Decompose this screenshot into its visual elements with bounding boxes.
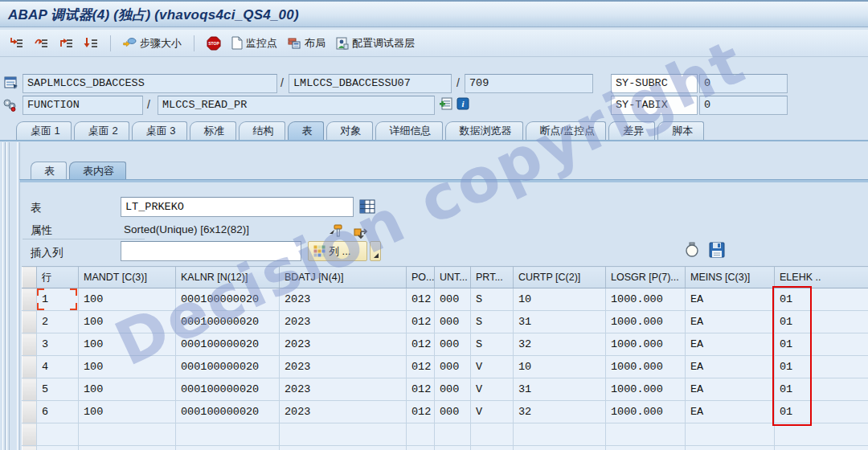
cell[interactable]: 012: [407, 378, 435, 401]
info-icon[interactable]: i: [457, 97, 469, 113]
tab-10[interactable]: 差异: [608, 121, 655, 140]
continue-button[interactable]: [81, 35, 100, 51]
cell[interactable]: 000: [435, 311, 471, 333]
column-header-5[interactable]: PRT...: [471, 267, 514, 288]
cell[interactable]: 01: [775, 311, 868, 333]
cell[interactable]: 012: [407, 311, 435, 333]
cell[interactable]: 1000.000: [606, 401, 686, 423]
tab-5[interactable]: 表: [288, 121, 324, 140]
row-number-cell[interactable]: 5: [37, 378, 79, 401]
cell[interactable]: 000100000020: [176, 288, 280, 311]
cell[interactable]: 31: [514, 378, 606, 401]
cell[interactable]: 000: [435, 401, 471, 423]
cell[interactable]: 000100000020: [176, 311, 280, 333]
lightbulb-icon[interactable]: [685, 241, 699, 262]
insert-column-input[interactable]: [121, 241, 301, 261]
row-number-cell[interactable]: 3: [37, 333, 79, 356]
watchpoint-button[interactable]: 监控点: [229, 35, 280, 52]
column-header-2[interactable]: BDATJ [N(4)]: [280, 267, 407, 288]
row-select-button[interactable]: [23, 356, 37, 378]
column-header-1[interactable]: KALNR [N(12)]: [176, 267, 280, 288]
cell[interactable]: V: [471, 401, 514, 423]
list-add-icon[interactable]: [439, 97, 452, 114]
tab-3[interactable]: 标准: [190, 121, 236, 140]
cell[interactable]: 000: [435, 378, 471, 401]
cell[interactable]: 012: [407, 356, 435, 378]
cell[interactable]: 2023: [280, 356, 407, 378]
cell[interactable]: 100: [79, 356, 176, 378]
table-icon[interactable]: [359, 198, 375, 218]
cell[interactable]: 100: [79, 311, 176, 333]
column-header-0[interactable]: MANDT [C(3)]: [79, 267, 176, 288]
tab-0[interactable]: 桌面 1: [16, 121, 72, 140]
subtab-1[interactable]: 表内容: [69, 162, 126, 179]
configure-debugger-button[interactable]: 配置调试器层: [334, 35, 417, 52]
cell[interactable]: 2023: [280, 378, 407, 401]
row-number-cell[interactable]: 1: [37, 288, 79, 311]
stop-button[interactable]: STOP: [204, 35, 223, 52]
cell[interactable]: 01: [775, 356, 868, 378]
cell[interactable]: 2023: [280, 401, 407, 423]
tab-7[interactable]: 详细信息: [375, 121, 443, 140]
tab-1[interactable]: 桌面 2: [74, 121, 129, 140]
cell[interactable]: 000: [435, 356, 471, 378]
row-select-button[interactable]: [23, 311, 37, 333]
column-header-6[interactable]: CURTP [C(2)]: [514, 267, 606, 288]
tab-6[interactable]: 对象: [326, 121, 373, 140]
row-number-cell[interactable]: 2: [37, 311, 79, 333]
columns-dropdown-button[interactable]: [370, 241, 381, 261]
cell[interactable]: V: [471, 356, 514, 378]
subtab-0[interactable]: 表: [31, 162, 67, 179]
cell[interactable]: 100: [79, 333, 176, 356]
row-select-button[interactable]: [23, 333, 37, 356]
cell[interactable]: 000: [435, 288, 471, 311]
cell[interactable]: 01: [775, 378, 868, 401]
cell[interactable]: 31: [514, 311, 606, 333]
layout-button[interactable]: 布局: [285, 35, 328, 52]
cell[interactable]: EA: [686, 401, 775, 423]
cell[interactable]: EA: [686, 356, 775, 378]
column-header-4[interactable]: UNT...: [435, 267, 471, 288]
cell[interactable]: 01: [775, 288, 868, 311]
sy-tabix-value-field[interactable]: 0: [699, 96, 788, 115]
table-name-input[interactable]: LT_PRKEKO: [121, 197, 354, 217]
cell[interactable]: 32: [514, 333, 606, 356]
sy-tabix-label-field[interactable]: SY-TABIX: [611, 96, 698, 115]
tab-2[interactable]: 桌面 3: [132, 121, 187, 140]
column-header-7[interactable]: LOSGR [P(7)...: [606, 267, 686, 288]
column-header-3[interactable]: PO...: [407, 267, 435, 288]
row-number-cell[interactable]: 4: [37, 356, 79, 378]
tab-11[interactable]: 脚本: [657, 121, 704, 140]
step-into-button[interactable]: [6, 35, 26, 51]
change-tool-icon[interactable]: [328, 223, 344, 243]
cell[interactable]: 10: [514, 356, 606, 378]
save-icon[interactable]: [709, 242, 725, 261]
cell[interactable]: EA: [686, 378, 775, 401]
row-select-button[interactable]: [23, 446, 37, 450]
include-field[interactable]: LMLCCS_DBACCESSU07: [289, 74, 452, 93]
row-number-header[interactable]: 行: [37, 267, 79, 288]
line-number-field[interactable]: 709: [465, 74, 593, 93]
cell[interactable]: 1000.000: [606, 333, 686, 356]
cell[interactable]: 012: [407, 333, 435, 356]
cell[interactable]: 000100000020: [176, 333, 280, 356]
row-select-button[interactable]: [23, 378, 37, 401]
cell[interactable]: 01: [775, 333, 868, 356]
columns-button[interactable]: 列 ...: [308, 241, 367, 261]
row-select-button[interactable]: [23, 423, 37, 446]
cell[interactable]: 2023: [280, 333, 407, 356]
cell[interactable]: EA: [686, 333, 775, 356]
cell[interactable]: 012: [407, 288, 435, 311]
step-over-button[interactable]: [31, 35, 51, 51]
export-icon[interactable]: [352, 225, 370, 243]
sy-subrc-label-field[interactable]: SY-SUBRC: [611, 74, 698, 93]
tab-8[interactable]: 数据浏览器: [445, 121, 523, 140]
cell[interactable]: 000100000020: [176, 356, 280, 378]
tab-4[interactable]: 结构: [239, 121, 285, 140]
cell[interactable]: V: [471, 378, 514, 401]
cell[interactable]: 100: [79, 378, 176, 401]
select-all-header[interactable]: [23, 267, 37, 288]
cell[interactable]: 1000.000: [606, 311, 686, 333]
row-select-button[interactable]: [23, 288, 37, 311]
tab-9[interactable]: 断点/监控点: [526, 121, 607, 140]
